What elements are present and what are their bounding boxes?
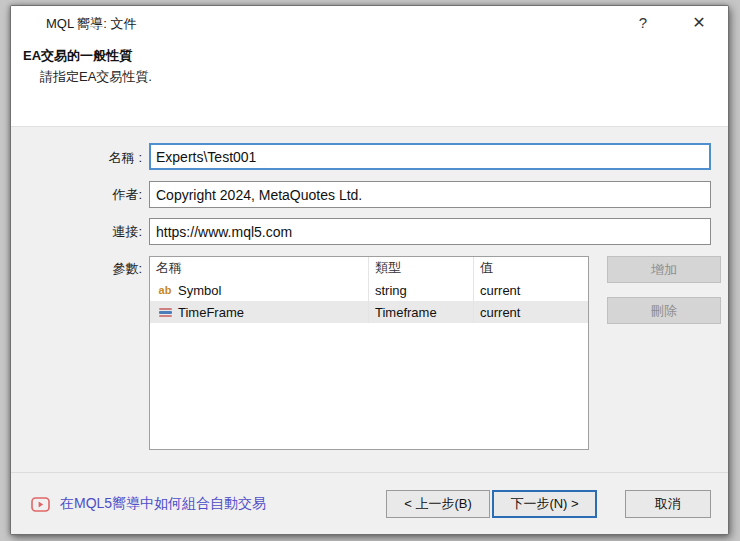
name-label: 名稱 : <box>22 149 142 167</box>
param-name: Symbol <box>178 283 221 298</box>
column-header-type[interactable]: 類型 <box>368 257 473 279</box>
video-tutorial-link[interactable]: 在MQL5嚮導中如何組合自動交易 <box>31 495 266 513</box>
page-title: EA交易的一般性質 <box>23 47 132 65</box>
cancel-button[interactable]: 取消 <box>625 490 711 518</box>
dialog-header-section: MQL 嚮導: 文件 ? ✕ EA交易的一般性質 請指定EA交易性質. <box>11 6 728 127</box>
param-type: Timeframe <box>368 301 473 323</box>
next-button[interactable]: 下一步(N) > <box>492 490 597 518</box>
author-label: 作者: <box>22 186 142 204</box>
table-row-symbol[interactable]: ab Symbol string current <box>150 279 588 301</box>
add-parameter-button[interactable]: 增加 <box>607 256 721 283</box>
delete-parameter-button[interactable]: 刪除 <box>607 297 721 324</box>
titlebar: MQL 嚮導: 文件 ? ✕ <box>11 6 728 40</box>
column-header-value[interactable]: 值 <box>473 257 588 279</box>
footer: 在MQL5嚮導中如何組合自動交易 < 上一步(B) 下一步(N) > 取消 <box>11 472 728 534</box>
link-label: 連接: <box>22 223 142 241</box>
name-input[interactable] <box>149 143 711 170</box>
back-button[interactable]: < 上一步(B) <box>386 490 490 518</box>
param-value: current <box>473 279 588 301</box>
close-button[interactable]: ✕ <box>676 6 722 38</box>
timeframe-type-icon <box>156 307 174 318</box>
column-header-name[interactable]: 名稱 <box>150 257 368 279</box>
table-row-timeframe[interactable]: TimeFrame Timeframe current <box>150 301 588 323</box>
mql-wizard-dialog: MQL 嚮導: 文件 ? ✕ EA交易的一般性質 請指定EA交易性質. 名稱 :… <box>10 5 729 535</box>
help-button[interactable]: ? <box>620 6 666 38</box>
link-input[interactable] <box>149 218 711 245</box>
parameters-table[interactable]: 名稱 類型 值 ab Symbol string current TimeFra… <box>149 256 589 450</box>
param-type: string <box>368 279 473 301</box>
parameters-label: 參數: <box>22 260 142 278</box>
window-title: MQL 嚮導: 文件 <box>46 15 137 33</box>
youtube-play-icon <box>31 497 50 512</box>
author-input[interactable] <box>149 181 711 208</box>
page-subtitle: 請指定EA交易性質. <box>40 68 152 86</box>
string-type-icon: ab <box>156 284 174 296</box>
param-name: TimeFrame <box>178 305 244 320</box>
table-header-row: 名稱 類型 值 <box>150 257 588 279</box>
param-value: current <box>473 301 588 323</box>
video-link-text: 在MQL5嚮導中如何組合自動交易 <box>60 495 266 513</box>
